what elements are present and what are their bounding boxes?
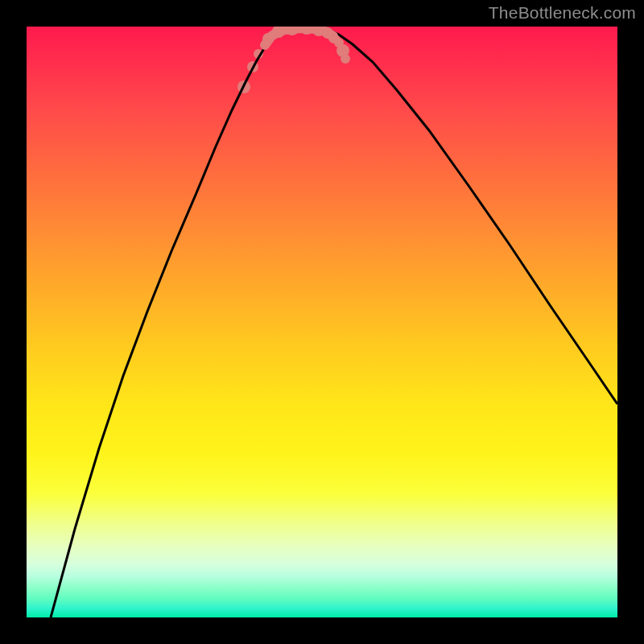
bottleneck-curve <box>27 27 617 617</box>
marker-trough-stroke <box>265 28 333 45</box>
watermark-text: TheBottleneck.com <box>489 3 636 23</box>
chart-plot-area <box>27 27 617 617</box>
trough-marker <box>341 54 350 64</box>
chart-stage: TheBottleneck.com <box>0 0 644 644</box>
bottleneck-curve-path <box>51 28 617 617</box>
